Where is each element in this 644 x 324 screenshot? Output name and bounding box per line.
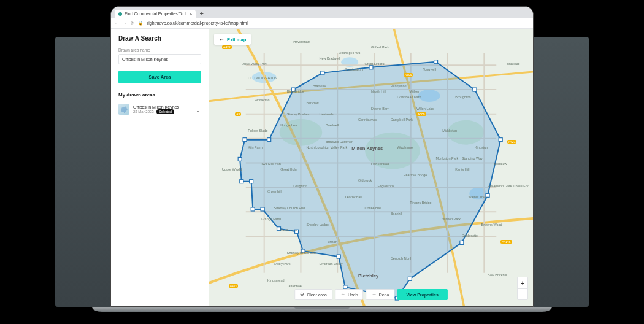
new-tab-button[interactable]: +: [196, 9, 207, 18]
zoom-in-button[interactable]: +: [518, 277, 527, 288]
redo-label: Redo: [379, 293, 389, 297]
polygon-vertex-handle[interactable]: [243, 138, 247, 142]
area-name-input[interactable]: Offices in Milton Keynes: [118, 54, 201, 64]
polygon-vertex-handle[interactable]: [250, 180, 253, 183]
view-properties-label: View Properties: [406, 293, 438, 297]
undo-button[interactable]: ← Undo: [335, 289, 364, 300]
area-thumbnail: [118, 104, 129, 115]
tab-title: Find Commercial Properties To L: [125, 12, 187, 16]
polygon-vertex-handle[interactable]: [238, 157, 242, 161]
arrow-right-icon: →: [372, 292, 377, 297]
polygon-vertex-handle[interactable]: [486, 193, 489, 197]
polygon-vertex-handle[interactable]: [337, 255, 340, 258]
sidebar-title: Draw A Search: [118, 35, 201, 42]
redo-button[interactable]: → Redo: [366, 289, 395, 300]
close-icon[interactable]: ×: [190, 11, 193, 17]
sidebar: Draw A Search Drawn area name Offices in…: [111, 29, 209, 306]
laptop-base: [92, 307, 552, 312]
exit-map-button[interactable]: ← Exit map: [214, 34, 251, 45]
polygon-vertex-handle[interactable]: [240, 180, 243, 183]
arrow-left-icon: ←: [219, 36, 224, 42]
polygon-vertex-handle[interactable]: [321, 71, 324, 75]
polygon-vertex-handle[interactable]: [291, 88, 295, 91]
map-toolbar: ⊖ Clear area ← Undo → Redo View Proper: [294, 289, 448, 300]
arrow-left-icon: ←: [340, 292, 345, 297]
clear-area-button[interactable]: ⊖ Clear area: [294, 289, 332, 300]
area-item-name: Offices in Milton Keynes: [133, 105, 191, 109]
area-item-badge: Selected: [156, 109, 174, 114]
forward-icon[interactable]: →: [123, 21, 127, 26]
polygon-vertex-handle[interactable]: [369, 66, 373, 69]
reload-icon[interactable]: ⟳: [131, 21, 134, 26]
map-canvas[interactable]: Milton KeynesBletchleyOLD WOLVERTONHaver…: [209, 29, 533, 306]
my-drawn-areas-title: My drawn areas: [118, 92, 201, 98]
clear-icon: ⊖: [300, 292, 304, 297]
polygon-vertex-handle[interactable]: [343, 285, 347, 289]
polygon-vertex-handle[interactable]: [277, 227, 281, 231]
browser-tab[interactable]: Find Commercial Properties To L ×: [115, 10, 196, 18]
polygon-vertex-handle[interactable]: [267, 138, 271, 142]
exit-map-label: Exit map: [227, 37, 246, 42]
kebab-icon[interactable]: ⋮: [195, 107, 201, 111]
view-properties-button[interactable]: View Properties: [397, 289, 447, 300]
browser-address-bar: ← → ⟳ 🔒 rightmove.co.uk/commercial-prope…: [111, 18, 533, 29]
back-icon[interactable]: ←: [115, 21, 119, 26]
polygon-vertex-handle[interactable]: [434, 60, 438, 64]
drawn-area-item[interactable]: Offices in Milton Keynes 23 Mar 2023 Sel…: [118, 104, 201, 115]
polygon-vertex-handle[interactable]: [251, 207, 255, 211]
polygon-vertex-handle[interactable]: [261, 207, 264, 211]
lock-icon: 🔒: [138, 21, 144, 26]
area-item-date: 23 Mar 2023: [133, 110, 154, 114]
map-background: [209, 29, 533, 306]
area-name-label: Drawn area name: [118, 48, 201, 52]
polygon-vertex-handle[interactable]: [301, 249, 305, 253]
zoom-out-button[interactable]: −: [518, 288, 527, 299]
polygon-vertex-handle[interactable]: [295, 230, 299, 233]
save-area-button[interactable]: Save Area: [118, 71, 201, 83]
browser-tab-bar: Find Commercial Properties To L × +: [111, 7, 533, 18]
undo-label: Undo: [348, 293, 358, 297]
zoom-control: + −: [517, 277, 528, 300]
polygon-vertex-handle[interactable]: [408, 277, 412, 280]
polygon-vertex-handle[interactable]: [473, 88, 477, 91]
url-text[interactable]: rightmove.co.uk/commercial-property-to-l…: [147, 21, 248, 25]
polygon-vertex-handle[interactable]: [499, 138, 502, 142]
clear-area-label: Clear area: [307, 293, 327, 297]
polygon-vertex-handle[interactable]: [460, 241, 464, 244]
tab-favicon: [118, 12, 122, 16]
